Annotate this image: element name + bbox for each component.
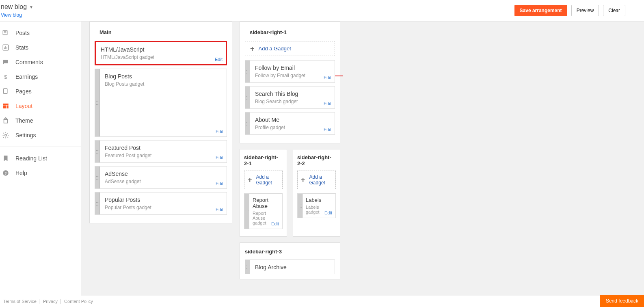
gadget-labels[interactable]: Labels Labels gadget Edit: [297, 193, 336, 218]
drag-handle-icon[interactable]: [95, 141, 100, 162]
nav-comments[interactable]: Comments: [0, 55, 81, 69]
gadget-edit-link[interactable]: Edit: [324, 101, 331, 106]
top-bar: new blog ▼ View blog Save arrangement Pr…: [0, 0, 644, 22]
bookmark-icon: [2, 154, 10, 162]
add-gadget-button[interactable]: + Add a Gadget: [297, 171, 336, 189]
gadget-adsense[interactable]: AdSense AdSense gadget Edit: [95, 166, 227, 189]
gadget-edit-link[interactable]: Edit: [216, 155, 223, 160]
drag-handle-icon[interactable]: [245, 61, 250, 82]
nav-posts[interactable]: Posts: [0, 26, 81, 40]
settings-icon: [2, 131, 10, 139]
send-feedback-button[interactable]: Send feedback: [600, 295, 644, 296]
drag-handle-icon[interactable]: [245, 260, 250, 274]
svg-rect-6: [6, 47, 7, 49]
sidebar-right-1-column: sidebar-right-1 + Add a Gadget Follow by…: [240, 22, 340, 143]
svg-rect-8: [4, 89, 7, 93]
add-gadget-button[interactable]: + Add a Gadget: [245, 41, 335, 56]
gadget-edit-link[interactable]: Edit: [216, 129, 223, 134]
nav-settings[interactable]: Settings: [0, 128, 81, 143]
clear-button[interactable]: Clear: [603, 5, 625, 16]
gadget-edit-link[interactable]: Edit: [324, 210, 332, 215]
add-gadget-button[interactable]: + Add a Gadget: [244, 171, 283, 189]
gadget-edit-link[interactable]: Edit: [271, 221, 279, 226]
gadget-about-me[interactable]: About Me Profile gadget Edit: [245, 112, 335, 135]
add-gadget-label: Add a Gadget: [309, 174, 332, 186]
gadget-title: Labels: [306, 197, 332, 203]
plus-icon: +: [301, 177, 305, 183]
nav-divider: [0, 147, 81, 147]
gadget-subtitle: Blog Posts gadget: [105, 81, 222, 87]
gadget-follow-email[interactable]: Follow by Email Follow by Email gadget E…: [245, 60, 335, 83]
gadget-edit-link[interactable]: Edit: [216, 207, 223, 212]
gadget-title: About Me: [255, 117, 330, 123]
gadget-blog-archive[interactable]: Blog Archive: [245, 259, 335, 274]
blog-title-text: new blog: [1, 3, 27, 11]
gadget-edit-link[interactable]: Edit: [215, 57, 223, 62]
svg-rect-12: [6, 106, 9, 109]
gadget-title: Follow by Email: [255, 65, 330, 71]
nav-label: Pages: [15, 88, 32, 95]
gadget-title: Report Abuse: [253, 197, 279, 209]
view-blog-link[interactable]: View blog: [1, 12, 33, 18]
blog-selector[interactable]: new blog ▼: [1, 3, 33, 11]
nav-layout[interactable]: Layout: [0, 99, 81, 113]
drag-handle-icon[interactable]: [95, 192, 100, 214]
nav-label: Layout: [15, 103, 32, 109]
gadget-subtitle: HTML/JavaScript gadget: [101, 54, 221, 60]
drag-handle-icon[interactable]: [95, 69, 100, 136]
left-nav: Posts Stats Comments $ Earnings Pages La…: [0, 22, 81, 296]
gadget-subtitle: Follow by Email gadget: [255, 73, 330, 78]
posts-icon: [2, 29, 10, 37]
gadget-title: Popular Posts: [105, 197, 222, 203]
svg-rect-1: [4, 31, 6, 32]
gadget-edit-link[interactable]: Edit: [324, 127, 331, 132]
help-icon: ?: [2, 169, 10, 177]
nav-stats[interactable]: Stats: [0, 40, 81, 55]
gadget-edit-link[interactable]: Edit: [216, 181, 223, 186]
layout-icon: [2, 102, 10, 110]
gadget-search-blog[interactable]: Search This Blog Blog Search gadget Edit: [245, 86, 335, 109]
drag-handle-icon[interactable]: [298, 194, 303, 218]
gadget-subtitle: Profile gadget: [255, 125, 330, 130]
gadget-title: AdSense: [105, 171, 222, 177]
drag-handle-icon[interactable]: [244, 194, 249, 229]
section-title: sidebar-right-2-2: [297, 154, 336, 171]
section-title: sidebar-right-3: [245, 248, 335, 259]
gadget-edit-link[interactable]: Edit: [324, 75, 331, 80]
gadget-featured-post[interactable]: Featured Post Featured Post gadget Edit: [95, 140, 227, 163]
sidebar-right-2-2-column: sidebar-right-2-2 + Add a Gadget Labels …: [293, 149, 340, 237]
svg-rect-4: [4, 48, 5, 49]
section-title-main: Main: [95, 27, 227, 41]
nav-earnings[interactable]: $ Earnings: [0, 69, 81, 84]
sidebar-right-2-1-column: sidebar-right-2-1 + Add a Gadget Report …: [240, 149, 287, 237]
save-arrangement-button[interactable]: Save arrangement: [514, 5, 567, 16]
gadget-html-javascript[interactable]: HTML/JavaScript HTML/JavaScript gadget E…: [95, 41, 227, 65]
gadget-popular-posts[interactable]: Popular Posts Popular Posts gadget Edit: [95, 192, 227, 215]
nav-theme[interactable]: Theme: [0, 113, 81, 128]
add-gadget-label: Add a Gadget: [256, 174, 279, 186]
nav-label: Posts: [15, 30, 30, 36]
nav-reading-list[interactable]: Reading List: [0, 151, 81, 166]
gadget-title: HTML/JavaScript: [101, 46, 221, 53]
nav-help[interactable]: ? Help: [0, 166, 81, 180]
gadget-title: Featured Post: [105, 145, 222, 151]
plus-icon: +: [248, 177, 252, 183]
drag-handle-icon[interactable]: [245, 86, 250, 108]
plus-icon: +: [250, 46, 255, 52]
preview-button[interactable]: Preview: [571, 5, 599, 16]
nav-label: Stats: [15, 44, 28, 51]
gadget-report-abuse[interactable]: Report Abuse Report Abuse gadget Edit: [244, 193, 283, 229]
gadget-blog-posts[interactable]: Blog Posts Blog Posts gadget Edit: [95, 69, 227, 137]
gadget-subtitle: Blog Search gadget: [255, 99, 330, 104]
drag-handle-icon[interactable]: [95, 166, 100, 188]
gadget-subtitle: Featured Post gadget: [105, 153, 222, 158]
nav-label: Comments: [15, 59, 43, 65]
pages-icon: [2, 87, 10, 95]
gadget-subtitle: AdSense gadget: [105, 179, 222, 184]
nav-pages[interactable]: Pages: [0, 84, 81, 99]
drag-handle-icon[interactable]: [245, 112, 250, 134]
stats-icon: [2, 43, 10, 52]
section-title: sidebar-right-2-1: [244, 154, 283, 171]
comments-icon: [2, 58, 10, 66]
svg-text:?: ?: [4, 171, 7, 175]
